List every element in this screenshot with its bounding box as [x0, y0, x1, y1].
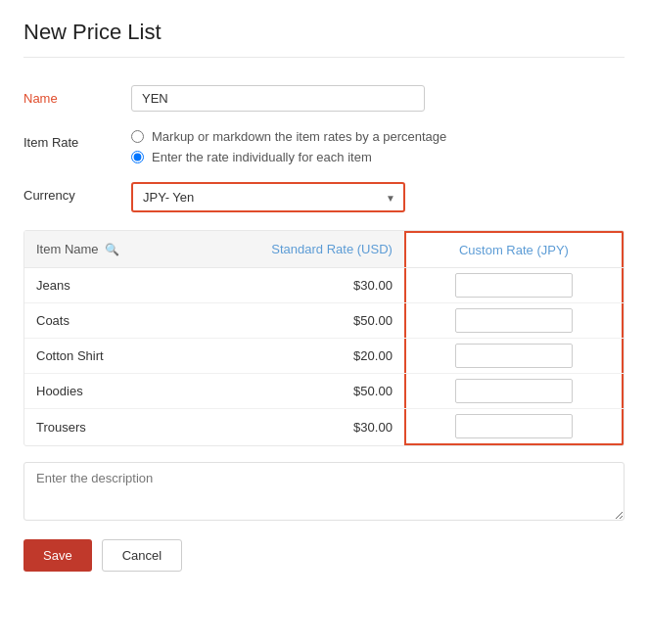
- standard-rate-cell: $20.00: [185, 339, 403, 374]
- radio-group: Markup or markdown the item rates by a p…: [131, 129, 625, 164]
- standard-rate-cell: $50.00: [185, 374, 403, 409]
- currency-field-wrap: JPY- Yen USD- US Dollar EUR- Euro GBP- B…: [131, 182, 625, 212]
- items-table-body: Jeans$30.00Coats$50.00Cotton Shirt$20.00…: [24, 268, 624, 446]
- custom-rate-input[interactable]: [455, 308, 573, 333]
- custom-rate-input[interactable]: [455, 414, 573, 438]
- currency-select-wrap: JPY- Yen USD- US Dollar EUR- Euro GBP- B…: [131, 182, 405, 212]
- custom-rate-cell: [404, 409, 624, 446]
- standard-rate-cell: $30.00: [185, 268, 403, 303]
- description-section: [23, 462, 625, 524]
- button-row: Save Cancel: [23, 539, 625, 572]
- radio-option-markup[interactable]: Markup or markdown the item rates by a p…: [131, 129, 625, 144]
- item-rate-row: Item Rate Markup or markdown the item ra…: [23, 129, 625, 164]
- table-row: Trousers$30.00: [24, 409, 624, 446]
- radio-option-individual[interactable]: Enter the rate individually for each ite…: [131, 150, 625, 164]
- item-name-cell: Cotton Shirt: [24, 339, 185, 374]
- radio-markup-label: Markup or markdown the item rates by a p…: [152, 129, 446, 144]
- radio-markup-input[interactable]: [131, 130, 144, 143]
- item-rate-label: Item Rate: [23, 129, 131, 150]
- description-textarea[interactable]: [23, 462, 625, 521]
- radio-individual-input[interactable]: [131, 151, 144, 163]
- col-header-custom-rate: Custom Rate (JPY): [404, 231, 624, 268]
- name-label: Name: [23, 85, 131, 106]
- currency-select[interactable]: JPY- Yen USD- US Dollar EUR- Euro GBP- B…: [133, 184, 403, 210]
- radio-individual-label: Enter the rate individually for each ite…: [152, 150, 372, 164]
- page-title: New Price List: [23, 20, 625, 58]
- item-name-cell: Coats: [24, 303, 185, 339]
- table-row: Cotton Shirt$20.00: [24, 339, 624, 374]
- col-header-item-name: Item Name 🔍: [24, 231, 185, 268]
- col-header-standard-rate: Standard Rate (USD): [185, 231, 403, 268]
- save-button[interactable]: Save: [23, 539, 92, 572]
- table-row: Jeans$30.00: [24, 268, 624, 303]
- custom-rate-cell: [404, 268, 624, 303]
- item-rate-options: Markup or markdown the item rates by a p…: [131, 129, 625, 164]
- table-header: Item Name 🔍 Standard Rate (USD) Custom R…: [24, 231, 624, 268]
- items-table: Item Name 🔍 Standard Rate (USD) Custom R…: [24, 231, 624, 445]
- name-row: Name: [23, 85, 625, 112]
- custom-rate-input[interactable]: [455, 273, 573, 298]
- cancel-button[interactable]: Cancel: [102, 539, 182, 572]
- item-name-cell: Jeans: [24, 268, 185, 303]
- item-name-cell: Hoodies: [24, 374, 185, 409]
- name-field-wrap: [131, 85, 625, 112]
- custom-rate-input[interactable]: [455, 344, 573, 368]
- name-input[interactable]: [131, 85, 425, 112]
- item-name-cell: Trousers: [24, 409, 185, 446]
- currency-row: Currency JPY- Yen USD- US Dollar EUR- Eu…: [23, 182, 625, 212]
- custom-rate-cell: [404, 303, 624, 339]
- standard-rate-cell: $50.00: [185, 303, 403, 339]
- standard-rate-cell: $30.00: [185, 409, 403, 446]
- custom-rate-input[interactable]: [455, 379, 573, 403]
- custom-rate-cell: [404, 374, 624, 409]
- item-search-icon[interactable]: 🔍: [105, 243, 119, 256]
- table-row: Coats$50.00: [24, 303, 624, 339]
- items-table-wrap: Item Name 🔍 Standard Rate (USD) Custom R…: [23, 230, 625, 446]
- table-row: Hoodies$50.00: [24, 374, 624, 409]
- custom-rate-cell: [404, 339, 624, 374]
- currency-label: Currency: [23, 182, 131, 203]
